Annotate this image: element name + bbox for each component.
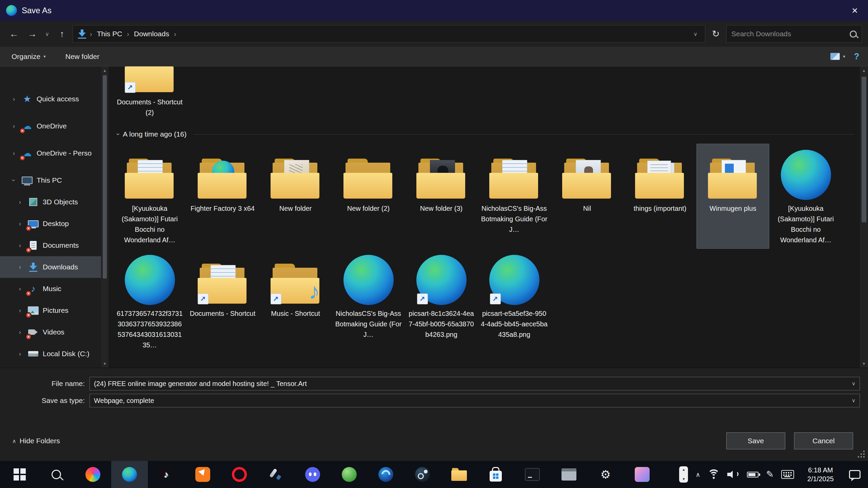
- file-tile-documents-shortcut-2[interactable]: ↗ Documents - Shortcut (2): [113, 66, 186, 121]
- refresh-button[interactable]: ↻: [708, 25, 724, 43]
- collapse-chevron-icon[interactable]: ›: [10, 177, 18, 184]
- taskbar-search-button[interactable]: [38, 461, 75, 488]
- file-tile-new-folder[interactable]: New folder: [259, 144, 332, 249]
- taskbar-app-firefox[interactable]: [75, 461, 111, 488]
- file-list-scrollbar[interactable]: ▲ ▼: [860, 66, 868, 368]
- search-icon[interactable]: [850, 30, 857, 38]
- file-tile-kyuukouka-folder[interactable]: [Kyuukouka (Sakamoto)] Futari Bocchi no …: [113, 144, 186, 249]
- sidebar-item-videos[interactable]: › × Videos: [0, 321, 101, 343]
- file-tile-kyuukouka-file[interactable]: [Kyuukouka (Sakamoto)] Futari Bocchi no …: [769, 144, 842, 249]
- up-button[interactable]: ↑: [54, 25, 70, 43]
- sidebar-scrollbar[interactable]: ▲ ▼: [101, 66, 108, 368]
- start-button[interactable]: [1, 461, 38, 488]
- taskbar-app-window[interactable]: [551, 461, 587, 488]
- taskbar-app-settings[interactable]: ⚙: [587, 461, 624, 488]
- taskbar-app-edge[interactable]: [111, 461, 148, 488]
- save-type-dropdown-icon[interactable]: ∨: [852, 398, 855, 404]
- file-name-dropdown-icon[interactable]: ∨: [852, 381, 855, 387]
- expand-chevron-icon[interactable]: ›: [16, 328, 24, 336]
- scrollbar-thumb[interactable]: [103, 75, 107, 279]
- taskbar-app-blue[interactable]: [368, 461, 404, 488]
- file-tile-nicholascs-folder[interactable]: NicholasCS's Big-Ass Botmaking Guide (Fo…: [478, 144, 551, 249]
- expand-chevron-icon[interactable]: ›: [10, 149, 18, 157]
- breadcrumb-downloads[interactable]: Downloads: [132, 30, 171, 38]
- group-collapse-chevron-icon[interactable]: ›: [115, 133, 122, 135]
- sidebar-item-3d-objects[interactable]: › 3D Objects: [0, 191, 101, 213]
- expand-chevron-icon[interactable]: ›: [16, 285, 24, 292]
- resize-grip[interactable]: [857, 450, 865, 458]
- file-name-combobox[interactable]: ∨: [90, 377, 860, 390]
- taskbar-scroll-widget[interactable]: ▲ ▼: [679, 466, 688, 483]
- sidebar-item-onedrive[interactable]: › ☁× OneDrive: [0, 115, 101, 137]
- scroll-down-icon[interactable]: ▼: [101, 360, 108, 368]
- change-view-button[interactable]: ▾: [830, 53, 845, 60]
- file-tile-fighter-factory[interactable]: Fighter Factory 3 x64: [186, 144, 259, 249]
- address-dropdown-button[interactable]: ∨: [690, 31, 701, 37]
- expand-chevron-icon[interactable]: ›: [16, 263, 24, 271]
- scroll-down-icon[interactable]: ▼: [860, 360, 868, 368]
- taskbar-app-terminal[interactable]: [514, 461, 551, 488]
- taskbar-app-paint-brush[interactable]: [258, 461, 294, 488]
- breadcrumb-separator-icon[interactable]: ›: [174, 30, 176, 38]
- hide-folders-button[interactable]: ∧ Hide Folders: [12, 437, 60, 445]
- breadcrumb-this-pc[interactable]: This PC: [95, 30, 124, 38]
- taskbar-clock[interactable]: 6:18 AM 2/1/2025: [802, 466, 840, 483]
- file-name-input[interactable]: [90, 377, 860, 390]
- scroll-up-icon[interactable]: ▲: [101, 66, 108, 75]
- organize-button[interactable]: Organize ▾: [12, 53, 46, 61]
- taskbar-app-discord[interactable]: [294, 461, 331, 488]
- expand-chevron-icon[interactable]: ›: [10, 95, 18, 103]
- search-input[interactable]: [731, 30, 846, 38]
- file-tile-music-shortcut[interactable]: ♪ ↗ Music - Shortcut: [259, 249, 332, 354]
- volume-icon[interactable]: [727, 470, 739, 479]
- touch-keyboard-icon[interactable]: [781, 470, 794, 479]
- file-tile-picsart-2[interactable]: ↗ picsart-e5a5ef3e-9504-4ad5-bb45-aece5b…: [478, 249, 551, 354]
- expand-chevron-icon[interactable]: ›: [16, 220, 24, 227]
- sidebar-item-documents[interactable]: › × Documents: [0, 235, 101, 256]
- sidebar-item-music[interactable]: › ♪× Music: [0, 278, 101, 300]
- file-tile-new-folder-3[interactable]: New folder (3): [405, 144, 478, 249]
- recent-locations-dropdown[interactable]: ∨: [43, 25, 52, 43]
- taskbar-app-file-explorer[interactable]: [441, 461, 477, 488]
- network-icon[interactable]: [708, 469, 720, 480]
- file-tile-nil[interactable]: Nil: [551, 144, 624, 249]
- taskbar-app-tiktok[interactable]: ♪: [148, 461, 184, 488]
- group-header[interactable]: › A long time ago (16): [117, 130, 854, 138]
- sidebar-item-desktop[interactable]: › × Desktop: [0, 213, 101, 235]
- taskbar-app-steam[interactable]: [404, 461, 441, 488]
- breadcrumb-separator-icon[interactable]: ›: [127, 30, 129, 38]
- back-button[interactable]: ←: [6, 25, 22, 43]
- close-button[interactable]: ×: [842, 0, 868, 21]
- sidebar-item-local-disk-c[interactable]: › Local Disk (C:): [0, 343, 101, 365]
- notifications-chat-icon[interactable]: [849, 470, 861, 479]
- cancel-button[interactable]: Cancel: [794, 432, 853, 449]
- scroll-down-icon[interactable]: ▼: [682, 477, 686, 481]
- breadcrumb-separator-icon[interactable]: ›: [90, 30, 92, 38]
- taskbar-app-opera[interactable]: [221, 461, 258, 488]
- sidebar-item-quick-access[interactable]: › ★ Quick access: [0, 88, 101, 110]
- new-folder-button[interactable]: New folder: [65, 53, 99, 61]
- save-type-select[interactable]: Webpage, complete ∨: [90, 394, 860, 407]
- taskbar-app-green[interactable]: [331, 461, 368, 488]
- file-tile-hex-name[interactable]: 6173736574732f37313036373765393238653764…: [113, 249, 186, 354]
- expand-chevron-icon[interactable]: ›: [16, 198, 24, 206]
- sidebar-item-pictures[interactable]: › × Pictures: [0, 300, 101, 321]
- file-tile-winmugen-plus-selected[interactable]: Winmugen plus: [696, 144, 769, 249]
- sidebar-item-this-pc[interactable]: › This PC: [0, 169, 101, 191]
- sidebar-item-downloads[interactable]: › Downloads: [0, 256, 101, 278]
- sidebar-item-onedrive-personal[interactable]: › ☁× OneDrive - Perso: [0, 142, 101, 164]
- taskbar-app-hand-cursor[interactable]: [184, 461, 221, 488]
- expand-chevron-icon[interactable]: ›: [16, 242, 24, 249]
- pen-icon[interactable]: ✎: [766, 470, 774, 479]
- scrollbar-thumb[interactable]: [862, 77, 866, 222]
- hidden-icons-chevron[interactable]: ∧: [695, 471, 700, 479]
- expand-chevron-icon[interactable]: ›: [16, 307, 24, 314]
- taskbar-app-avatar[interactable]: [624, 461, 660, 488]
- file-tile-documents-shortcut[interactable]: ↗ Documents - Shortcut: [186, 249, 259, 354]
- expand-chevron-icon[interactable]: ›: [16, 350, 24, 358]
- file-tile-picsart-1[interactable]: ↗ picsart-8c1c3624-4ea7-45bf-b005-65a387…: [405, 249, 478, 354]
- battery-icon[interactable]: [747, 472, 758, 477]
- file-tile-nicholascs-file[interactable]: NicholasCS's Big-Ass Botmaking Guide (Fo…: [332, 249, 405, 354]
- scroll-up-icon[interactable]: ▲: [860, 66, 868, 75]
- save-button[interactable]: Save: [726, 432, 785, 449]
